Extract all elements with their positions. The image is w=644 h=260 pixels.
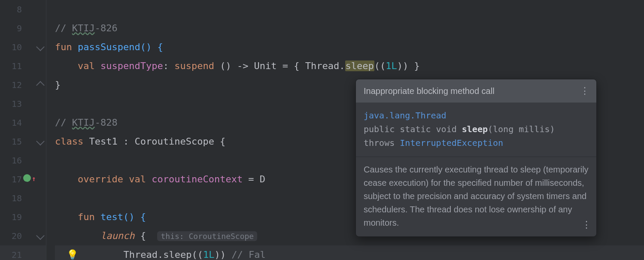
- popup-body: Causes the currently executing thread to…: [356, 157, 596, 236]
- keyword: fun: [55, 42, 72, 52]
- comment: //: [55, 23, 72, 33]
- issue-ticket: KTIJ: [72, 23, 95, 33]
- intention-bulb-icon[interactable]: 💡: [67, 249, 78, 260]
- override-icon[interactable]: [23, 174, 31, 182]
- line-number: 10: [0, 38, 46, 57]
- code-editor[interactable]: 8 9 10 11 12 13 14 15 16 ↑ 17 18 19 20 2…: [0, 0, 644, 260]
- comment: -826: [95, 23, 118, 33]
- fold-toggle-icon[interactable]: [36, 42, 45, 51]
- more-options-icon[interactable]: ⋮: [580, 85, 589, 97]
- fold-toggle-icon[interactable]: [36, 231, 45, 240]
- code-line[interactable]: 💡 Thread.sleep((1L)) // Fal: [55, 245, 644, 260]
- number-literal: 1L: [203, 249, 215, 260]
- keyword: class: [55, 136, 83, 147]
- keyword: fun: [78, 212, 95, 222]
- line-number: 16: [0, 151, 46, 170]
- code-text: Thread.sleep((: [123, 249, 203, 260]
- up-arrow-icon: ↑: [32, 169, 36, 188]
- issue-ticket: KTIJ: [72, 117, 95, 128]
- line-number: 11: [0, 57, 46, 76]
- line-number: 21: [0, 245, 46, 260]
- comment: // Fal: [231, 249, 265, 260]
- line-number: 20: [0, 227, 46, 245]
- inlay-hint[interactable]: this: CoroutineScope: [157, 231, 257, 241]
- fold-toggle-icon[interactable]: [36, 137, 45, 145]
- line-number: 13: [0, 94, 46, 113]
- exception-link[interactable]: InterruptedException: [400, 138, 503, 148]
- code-area[interactable]: // KTIJ-826 fun passSuspend() { val susp…: [46, 0, 644, 260]
- line-number: 18: [0, 189, 46, 208]
- punct: :: [163, 60, 175, 71]
- keyword: override: [78, 174, 123, 184]
- code-text: {: [134, 230, 152, 241]
- line-number: 8: [0, 0, 46, 19]
- line-number: 14: [0, 113, 46, 132]
- popup-header: Inappropriate blocking method call ⋮: [356, 79, 596, 103]
- code-text: () -> Unit = { Thread.: [214, 60, 345, 71]
- code-text: ((: [374, 60, 386, 71]
- popup-signature: java.lang.Thread public static void slee…: [356, 103, 596, 157]
- line-number: ↑ 17: [0, 170, 46, 189]
- line-number: 15: [0, 132, 46, 151]
- function-name: passSuspend() {: [72, 42, 163, 52]
- inspection-title: Inappropriate blocking method call: [364, 86, 495, 96]
- line-number: 19: [0, 208, 46, 227]
- code-text: )) }: [397, 60, 420, 71]
- code-line[interactable]: // KTIJ-826: [55, 19, 644, 38]
- sig-text: (long millis): [488, 124, 555, 134]
- comment: //: [55, 117, 72, 128]
- fold-toggle-icon[interactable]: [36, 81, 45, 90]
- identifier: coroutineContext: [146, 174, 243, 184]
- sig-text: public static void: [364, 124, 462, 134]
- keyword: val: [129, 174, 146, 184]
- code-line[interactable]: [55, 0, 644, 19]
- doc-text: Causes the currently executing thread to…: [364, 165, 589, 227]
- keyword: suspend: [174, 60, 214, 71]
- documentation-popup[interactable]: Inappropriate blocking method call ⋮ jav…: [355, 79, 597, 237]
- code-line[interactable]: fun passSuspend() {: [55, 38, 644, 57]
- class-link[interactable]: java.lang.Thread: [364, 110, 447, 121]
- builder-call: launch: [100, 230, 134, 241]
- warning-highlight[interactable]: sleep: [345, 60, 374, 71]
- more-options-icon[interactable]: ⋮: [582, 218, 590, 232]
- line-number: 12: [0, 76, 46, 94]
- code-text: )): [214, 249, 231, 260]
- identifier: suspendType: [95, 60, 163, 71]
- code-text: = D: [243, 174, 265, 184]
- code-line[interactable]: val suspendType: suspend () -> Unit = { …: [55, 57, 644, 76]
- keyword: val: [78, 60, 95, 71]
- comment: -828: [95, 117, 118, 128]
- line-number: 9: [0, 19, 46, 38]
- gutter: 8 9 10 11 12 13 14 15 16 ↑ 17 18 19 20 2…: [0, 0, 46, 260]
- code-text: Test1 : CoroutineScope {: [83, 136, 225, 147]
- sig-method: sleep: [462, 124, 488, 134]
- function-name: test() {: [95, 212, 146, 222]
- sig-text: throws: [364, 138, 400, 148]
- number-literal: 1L: [386, 60, 397, 71]
